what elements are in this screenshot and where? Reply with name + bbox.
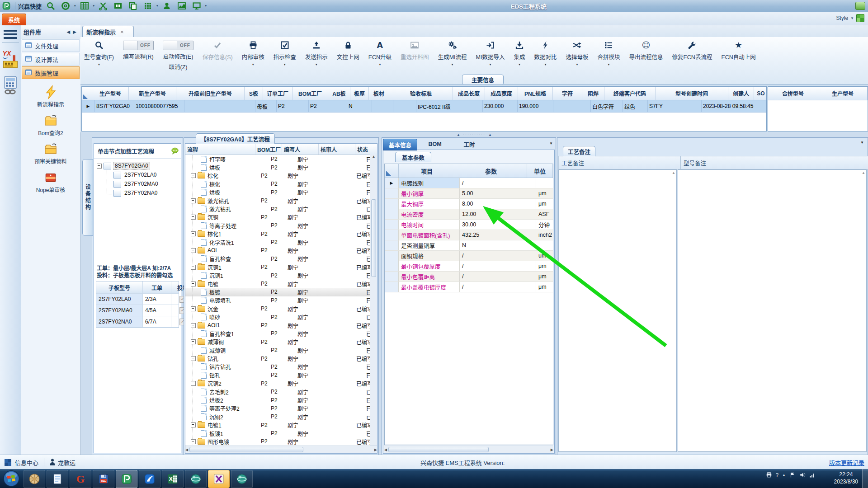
chevron-down-icon[interactable]: ▼: [283, 63, 286, 66]
param-row-最小盖覆电镀厚度[interactable]: 最小盖覆电镀厚度/μm工: [385, 282, 553, 292]
grid-cell[interactable]: 绿色: [623, 100, 648, 112]
param-value-cell[interactable]: /: [460, 282, 536, 292]
tree-expander-icon[interactable]: [97, 164, 102, 169]
film-icon[interactable]: [113, 1, 124, 11]
monitor-icon[interactable]: [192, 1, 203, 11]
grid-cell[interactable]: P2: [277, 100, 309, 112]
process-row-钻孔[interactable]: 钻孔P2剧宁已编写: [185, 354, 377, 362]
grid-column-header[interactable]: AB板: [328, 87, 350, 100]
grid-cell[interactable]: [393, 100, 416, 112]
flag-tray-icon[interactable]: [789, 472, 796, 478]
corner-button[interactable]: [855, 2, 865, 10]
sidebar-item-数据管理[interactable]: 数据管理: [22, 66, 80, 79]
grid-column-header[interactable]: SO: [754, 87, 767, 100]
taskbar-button-notepad-icon[interactable]: [47, 470, 68, 488]
tree-expander-icon[interactable]: [191, 282, 196, 286]
scroll-up-icon[interactable]: ▲: [672, 171, 675, 175]
grid-column-header[interactable]: 新生产型号: [129, 87, 176, 100]
process-row-板镀[interactable]: 板镀P2剧宁已编写: [185, 288, 377, 296]
process-row-喷砂[interactable]: 喷砂P2剧宁已编写: [185, 313, 377, 321]
style-label[interactable]: Style: [836, 15, 848, 21]
chart-icon[interactable]: [177, 1, 188, 11]
param-row-电镀线别[interactable]: ▶电镀线别/工: [385, 178, 553, 188]
param-value-cell[interactable]: 432.25: [460, 230, 536, 240]
horizontal-scrollbar[interactable]: ◀▶: [185, 446, 377, 453]
process-row-打字唛[interactable]: 打字唛P2剧宁已编写: [185, 155, 377, 163]
grid-column-header[interactable]: 型号创建时间: [656, 87, 728, 100]
show-desktop-button[interactable]: [862, 469, 868, 488]
param-row-电流密度[interactable]: 电流密度12.00ASF工: [385, 209, 553, 220]
tab-基本信息[interactable]: 基本信息: [383, 139, 417, 150]
param-row-单面电镀面积(含孔)[interactable]: 单面电镀面积(含孔)432.25inch2工: [385, 230, 553, 240]
toggle-knob[interactable]: [123, 41, 137, 50]
process-row-化学清洗1[interactable]: 化学清洗1P2剧宁已编写: [185, 238, 377, 246]
grid-cell[interactable]: [184, 100, 255, 112]
sidebar-item-文件处理[interactable]: 文件处理: [22, 39, 80, 52]
chevron-down-icon[interactable]: ▼: [607, 63, 610, 66]
chevron-down-icon[interactable]: ▼: [850, 16, 854, 20]
grid-column-header[interactable]: 成品宽度: [485, 87, 518, 100]
hamburger-menu-icon[interactable]: [4, 30, 17, 39]
tree-expander-icon[interactable]: [191, 231, 196, 236]
process-row-沉铜1[interactable]: 沉铜1P2剧宁已编写: [185, 271, 377, 279]
toggle-switch[interactable]: OFF: [123, 41, 154, 50]
param-row-电镀时间[interactable]: 电镀时间30.00分钟工: [385, 220, 553, 230]
param-value-cell[interactable]: /: [460, 178, 536, 188]
tab-device-structure[interactable]: 设备结构: [82, 159, 93, 236]
taskbar-button-sphere-icon[interactable]: [185, 470, 207, 488]
chevron-down-icon[interactable]: ▾: [93, 4, 95, 8]
ribbon-toggle-启动修改(E)[interactable]: OFF启动修改(E)取消(Z): [163, 41, 193, 71]
param-value-cell[interactable]: /: [460, 272, 536, 282]
printer-tray-icon[interactable]: [766, 472, 772, 478]
chevron-down-icon[interactable]: ▼: [489, 63, 492, 66]
ribbon-button-生成MI流程[interactable]: 生成MI流程▼: [438, 40, 467, 66]
tree-expander-icon[interactable]: [191, 381, 196, 386]
param-row-最小铜厚[interactable]: 最小铜厚5.00μm工: [385, 188, 553, 199]
grid-cell[interactable]: 母板: [255, 100, 277, 112]
chevron-down-icon[interactable]: ▼: [315, 63, 318, 66]
process-row-等离子处理[interactable]: 等离子处理P2剧宁已编写: [185, 221, 377, 230]
process-row-电镀填孔[interactable]: 电镀填孔P2剧宁已编写: [185, 296, 377, 305]
process-row-去毛刺2[interactable]: 去毛刺2P2剧宁已编写: [185, 388, 377, 396]
copy-icon[interactable]: [128, 1, 139, 11]
grid-column-header[interactable]: 板厚: [350, 87, 369, 100]
grid-cell[interactable]: [372, 100, 393, 112]
horizontal-scrollbar[interactable]: ◀▶: [384, 446, 553, 453]
process-row-棕化[interactable]: 棕化P2剧宁已编写: [185, 172, 377, 180]
process-row-盲孔检查1[interactable]: 盲孔检查1P2剧宁已编写: [185, 329, 377, 338]
process-row-减薄铜[interactable]: 减薄铜P2剧宁已编写: [185, 346, 377, 354]
param-column-header[interactable]: 参数: [455, 164, 527, 178]
process-row-棕化1[interactable]: 棕化1P2剧宁已编写: [185, 230, 377, 238]
tree-expander-icon[interactable]: [191, 339, 196, 344]
grid-column-header[interactable]: 字符: [553, 87, 582, 100]
network-tray-icon[interactable]: [809, 472, 816, 478]
chevron-down-icon[interactable]: ▼: [451, 63, 454, 66]
subboard-column-header[interactable]: 工单: [143, 282, 171, 293]
version-history-link[interactable]: 版本更新记录: [829, 458, 864, 467]
volume-tray-icon[interactable]: [799, 472, 806, 478]
ribbon-button-发送指示[interactable]: 发送指示▼: [305, 40, 328, 66]
process-row-铝片钻孔[interactable]: 铝片钻孔P2剧宁已编写: [185, 363, 377, 371]
yx-factory-icon[interactable]: YX: [2, 49, 19, 69]
taskbar-button-sphere-icon[interactable]: [231, 470, 253, 488]
grid-column-header[interactable]: 终端客户代码: [604, 87, 656, 100]
grid-cell[interactable]: 白色字符: [591, 100, 623, 112]
chevron-down-icon[interactable]: ▾: [205, 4, 207, 8]
process-column-header[interactable]: 编写人: [282, 144, 319, 155]
process-column-header[interactable]: 状态: [355, 144, 377, 155]
collapse-up-icon[interactable]: ▲: [488, 133, 492, 137]
ribbon-button-数据对比[interactable]: 数据对比▼: [534, 40, 557, 66]
process-row-沉铜2[interactable]: 沉铜2P2剧宁已编写: [185, 413, 377, 421]
grid-column-header[interactable]: 生产型号: [92, 87, 129, 100]
process-row-激光钻孔[interactable]: 激光钻孔P2剧宁已编写: [185, 197, 377, 205]
tool-Bom查询2[interactable]: Bom查询2: [38, 114, 63, 136]
tree-expander-icon[interactable]: [191, 306, 196, 311]
tab-BOM[interactable]: BOM: [418, 139, 452, 150]
theme-grid-icon[interactable]: [856, 14, 864, 22]
ribbon-button-修复ECN丢流程[interactable]: 修复ECN丢流程: [672, 40, 712, 61]
grid-column-header[interactable]: 订单工厂: [263, 87, 292, 100]
ribbon-button-MI数据导入[interactable]: MI数据导入▼: [476, 40, 505, 66]
subboard-row[interactable]: 2S7FY02NA06/7A✓: [96, 316, 179, 328]
grid-cell[interactable]: [553, 100, 591, 112]
chevron-down-icon[interactable]: ▾: [74, 4, 76, 8]
